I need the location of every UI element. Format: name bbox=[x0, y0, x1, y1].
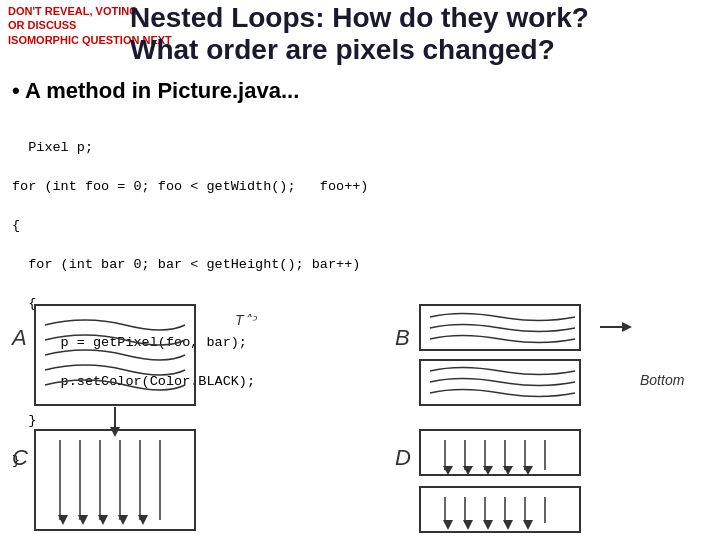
dont-reveal-line2: OR DISCUSS bbox=[8, 19, 76, 31]
label-c: C bbox=[12, 445, 28, 470]
svg-rect-0 bbox=[35, 305, 195, 405]
bullet-section: • A method in Picture.java... bbox=[12, 78, 299, 104]
svg-marker-28 bbox=[483, 466, 493, 475]
code-line-1: Pixel p; bbox=[28, 140, 93, 155]
svg-marker-26 bbox=[443, 466, 453, 475]
svg-marker-5 bbox=[622, 322, 632, 332]
svg-marker-29 bbox=[503, 466, 513, 475]
main-title: Nested Loops: How do they work? What ord… bbox=[130, 2, 712, 66]
code-line-3: { bbox=[12, 218, 20, 233]
svg-marker-42 bbox=[523, 520, 533, 530]
svg-rect-31 bbox=[420, 487, 580, 532]
svg-marker-39 bbox=[463, 520, 473, 530]
svg-marker-40 bbox=[483, 520, 493, 530]
code-line-4: for (int bar 0; bar < getHeight(); bar++… bbox=[12, 257, 360, 272]
svg-rect-19 bbox=[420, 430, 580, 475]
label-d: D bbox=[395, 445, 411, 470]
svg-marker-2 bbox=[110, 427, 120, 437]
code-line-2: for (int foo = 0; foo < getWidth(); foo+… bbox=[12, 179, 368, 194]
svg-marker-41 bbox=[503, 520, 513, 530]
svg-marker-27 bbox=[463, 466, 473, 475]
diagrams-svg: A T˄ᵓ B Bottom C bbox=[0, 295, 720, 540]
label-bottom: Bottom bbox=[640, 372, 685, 388]
bullet-text: • A method in Picture.java... bbox=[12, 78, 299, 103]
title-line1: Nested Loops: How do they work? bbox=[130, 2, 712, 34]
label-b: B bbox=[395, 325, 410, 350]
label-a: A bbox=[10, 325, 27, 350]
svg-marker-30 bbox=[523, 466, 533, 475]
label-top: T˄ᵓ bbox=[235, 312, 258, 328]
svg-marker-38 bbox=[443, 520, 453, 530]
diagrams-area: A T˄ᵓ B Bottom C bbox=[0, 295, 720, 540]
dont-reveal-line1: DON'T REVEAL, VOTING bbox=[8, 5, 138, 17]
title-line2: What order are pixels changed? bbox=[130, 34, 712, 66]
